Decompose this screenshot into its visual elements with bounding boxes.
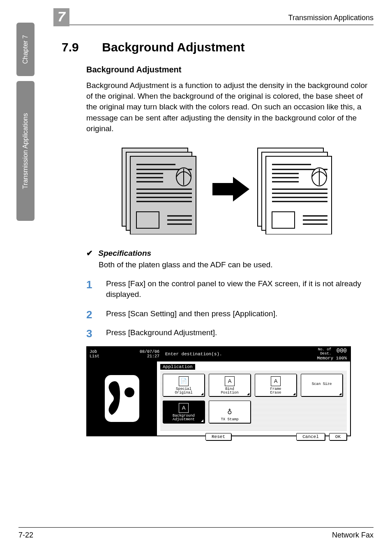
datetime-label: 08/07/06 21:27 [140, 350, 159, 359]
step-1: 1 Press [Fax] on the control panel to vi… [86, 278, 371, 300]
background-adjustment-label: Background Adjustment [173, 414, 195, 422]
spec-label-row: ✔ Specifications [86, 248, 371, 258]
enter-dest-label: Enter destination(s). [165, 352, 222, 357]
phone-icon [97, 370, 147, 427]
dest-count-label: No. of Dest. [318, 348, 331, 356]
step-2-number: 2 [86, 308, 92, 322]
section-heading: 7.9 Background Adjustment [62, 40, 371, 54]
step-1-text: Press [Fax] on the control panel to view… [106, 279, 361, 299]
section-tab: Transmission Applications [16, 81, 35, 221]
letter-a-icon: A [179, 403, 189, 413]
stamp-icon: ♁ [225, 408, 234, 417]
cancel-button[interactable]: Cancel [296, 433, 325, 440]
corner-icon [339, 393, 341, 395]
section-tab-label: Transmission Applications [22, 107, 29, 195]
step-3: 3 Press [Background Adjustment]. [86, 327, 371, 338]
scan-size-button[interactable]: Scan Size [301, 374, 343, 396]
letter-a-icon: A [271, 376, 281, 386]
page-footer: 7-22 Network Fax [18, 527, 374, 540]
special-original-label: Special Original [175, 387, 192, 395]
letter-a-icon: A [225, 376, 235, 386]
reset-button[interactable]: Reset [205, 433, 231, 440]
check-icon: ✔ [86, 249, 93, 257]
corner-icon [293, 393, 295, 395]
illustration [86, 144, 371, 236]
document-icon: 📄 [179, 376, 189, 386]
fax-panel: Job List 08/07/06 21:27 Enter destinatio… [86, 346, 351, 436]
spec-label: Specifications [98, 249, 151, 257]
step-3-text: Press [Background Adjustment]. [106, 328, 217, 337]
panel-left-icon-area [87, 361, 157, 436]
step-1-number: 1 [86, 278, 92, 292]
ok-button[interactable]: OK [329, 433, 347, 440]
tx-stamp-label: TX Stamp [221, 418, 238, 422]
job-list-label: Job List [90, 350, 99, 359]
corner-icon [201, 419, 203, 422]
scan-size-label: Scan Size [312, 382, 332, 386]
application-label: Application [160, 364, 195, 370]
page-number: 7-22 [18, 531, 33, 540]
svg-point-38 [125, 387, 134, 397]
button-area: 📄 Special Original A Bind Position [160, 371, 347, 431]
bind-position-label: Bind Position [221, 387, 238, 395]
header-right-text: Transmission Applications [288, 14, 374, 22]
corner-icon [201, 393, 203, 395]
background-adjustment-button[interactable]: A Background Adjustment [163, 401, 205, 423]
frame-erase-label: Frame Erase [270, 387, 281, 395]
special-original-button[interactable]: 📄 Special Original [163, 374, 205, 396]
subheading: Background Adjustment [86, 65, 371, 74]
frame-erase-button[interactable]: A Frame Erase [255, 374, 297, 396]
body-paragraph: Background Adjustment is a function to a… [86, 80, 371, 134]
svg-marker-18 [212, 177, 249, 202]
job-list-cell[interactable]: Job List 08/07/06 21:27 [87, 347, 162, 361]
steps-list: 1 Press [Fax] on the control panel to vi… [86, 278, 371, 338]
dest-count-value: 000 [337, 348, 347, 354]
memory-label: Memory 100% [317, 356, 347, 361]
corner-icon [247, 393, 249, 395]
section-title: Background Adjustment [102, 40, 244, 54]
tx-stamp-button[interactable]: ♁ TX Stamp [209, 401, 251, 423]
chapter-number-box: 7 [53, 8, 69, 26]
step-2-text: Press [Scan Setting] and then press [App… [106, 309, 277, 318]
bind-position-button[interactable]: A Bind Position [209, 374, 251, 396]
step-3-number: 3 [86, 327, 92, 341]
footer-title: Network Fax [332, 531, 374, 540]
spec-text: Both of the platen glass and the ADF can… [99, 260, 371, 269]
step-2: 2 Press [Scan Setting] and then press [A… [86, 308, 371, 319]
chapter-tab: Chapter 7 [16, 23, 35, 76]
svg-rect-37 [104, 374, 141, 423]
side-tab: Chapter 7 Transmission Applications [16, 23, 35, 253]
dest-cell: Enter destination(s). No. of Dest. 000 M… [162, 347, 350, 361]
page-header: 7 Transmission Applications [53, 8, 374, 25]
chapter-tab-label: Chapter 7 [22, 29, 29, 70]
section-number: 7.9 [62, 40, 99, 54]
